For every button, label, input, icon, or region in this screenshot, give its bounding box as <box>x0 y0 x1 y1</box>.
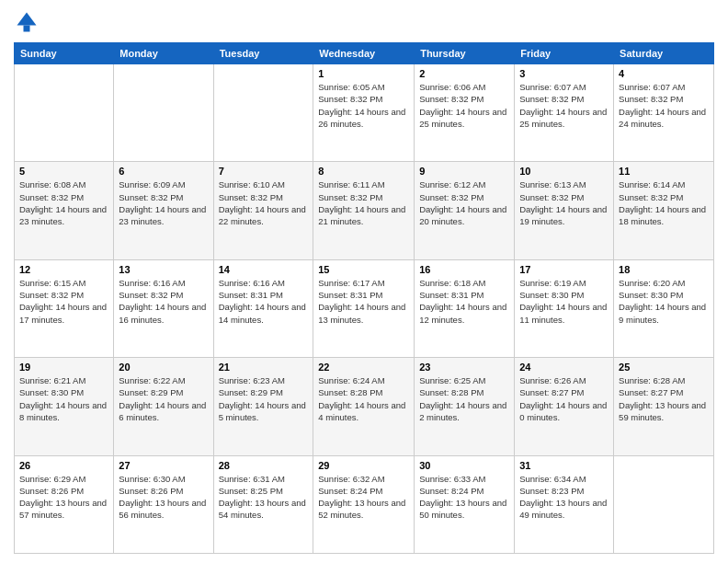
day-info: Sunrise: 6:15 AM Sunset: 8:32 PM Dayligh… <box>19 277 108 326</box>
day-cell: 18Sunrise: 6:20 AM Sunset: 8:30 PM Dayli… <box>614 259 714 357</box>
day-number: 23 <box>419 362 509 373</box>
day-number: 5 <box>19 166 108 177</box>
day-cell: 16Sunrise: 6:18 AM Sunset: 8:31 PM Dayli… <box>415 259 515 357</box>
day-number: 29 <box>318 460 409 471</box>
day-cell: 29Sunrise: 6:32 AM Sunset: 8:24 PM Dayli… <box>313 455 415 553</box>
day-cell: 3Sunrise: 6:07 AM Sunset: 8:32 PM Daylig… <box>515 64 614 162</box>
day-number: 4 <box>619 68 709 79</box>
col-header-wednesday: Wednesday <box>313 43 415 64</box>
svg-marker-0 <box>17 13 37 26</box>
day-number: 10 <box>519 166 609 177</box>
day-info: Sunrise: 6:08 AM Sunset: 8:32 PM Dayligh… <box>19 178 108 227</box>
day-info: Sunrise: 6:21 AM Sunset: 8:30 PM Dayligh… <box>19 374 108 423</box>
day-info: Sunrise: 6:19 AM Sunset: 8:30 PM Dayligh… <box>519 277 609 326</box>
day-info: Sunrise: 6:10 AM Sunset: 8:32 PM Dayligh… <box>219 178 309 227</box>
week-row-1: 1Sunrise: 6:05 AM Sunset: 8:32 PM Daylig… <box>15 64 714 162</box>
day-info: Sunrise: 6:18 AM Sunset: 8:31 PM Dayligh… <box>419 277 509 326</box>
day-cell: 10Sunrise: 6:13 AM Sunset: 8:32 PM Dayli… <box>515 162 614 259</box>
col-header-monday: Monday <box>114 43 213 64</box>
day-cell: 25Sunrise: 6:28 AM Sunset: 8:27 PM Dayli… <box>614 358 714 455</box>
day-cell <box>213 64 313 162</box>
col-header-sunday: Sunday <box>15 43 114 64</box>
col-header-friday: Friday <box>515 43 614 64</box>
day-cell: 21Sunrise: 6:23 AM Sunset: 8:29 PM Dayli… <box>213 358 313 455</box>
day-info: Sunrise: 6:16 AM Sunset: 8:31 PM Dayligh… <box>219 277 309 326</box>
day-info: Sunrise: 6:07 AM Sunset: 8:32 PM Dayligh… <box>619 81 709 130</box>
day-cell: 13Sunrise: 6:16 AM Sunset: 8:32 PM Dayli… <box>114 259 213 357</box>
day-number: 22 <box>318 362 409 373</box>
day-info: Sunrise: 6:31 AM Sunset: 8:25 PM Dayligh… <box>219 473 309 522</box>
col-header-tuesday: Tuesday <box>213 43 313 64</box>
day-info: Sunrise: 6:30 AM Sunset: 8:26 PM Dayligh… <box>119 473 208 522</box>
calendar-table: SundayMondayTuesdayWednesdayThursdayFrid… <box>14 42 714 554</box>
day-info: Sunrise: 6:29 AM Sunset: 8:26 PM Dayligh… <box>19 473 108 522</box>
week-row-4: 19Sunrise: 6:21 AM Sunset: 8:30 PM Dayli… <box>15 358 714 455</box>
day-number: 19 <box>19 362 108 373</box>
day-number: 25 <box>619 362 709 373</box>
day-number: 8 <box>318 166 409 177</box>
day-info: Sunrise: 6:32 AM Sunset: 8:24 PM Dayligh… <box>318 473 409 522</box>
day-cell: 17Sunrise: 6:19 AM Sunset: 8:30 PM Dayli… <box>515 259 614 357</box>
day-cell: 9Sunrise: 6:12 AM Sunset: 8:32 PM Daylig… <box>415 162 515 259</box>
col-header-saturday: Saturday <box>614 43 714 64</box>
col-header-thursday: Thursday <box>415 43 515 64</box>
day-info: Sunrise: 6:25 AM Sunset: 8:28 PM Dayligh… <box>419 374 509 423</box>
day-info: Sunrise: 6:23 AM Sunset: 8:29 PM Dayligh… <box>219 374 309 423</box>
day-info: Sunrise: 6:07 AM Sunset: 8:32 PM Dayligh… <box>519 81 609 130</box>
day-info: Sunrise: 6:13 AM Sunset: 8:32 PM Dayligh… <box>519 178 609 227</box>
day-number: 21 <box>219 362 309 373</box>
week-row-2: 5Sunrise: 6:08 AM Sunset: 8:32 PM Daylig… <box>15 162 714 259</box>
day-cell: 31Sunrise: 6:34 AM Sunset: 8:23 PM Dayli… <box>515 455 614 553</box>
day-cell: 1Sunrise: 6:05 AM Sunset: 8:32 PM Daylig… <box>313 64 415 162</box>
day-number: 1 <box>318 68 409 79</box>
day-number: 31 <box>519 460 609 471</box>
page: SundayMondayTuesdayWednesdayThursdayFrid… <box>0 0 728 563</box>
svg-rect-1 <box>24 26 30 32</box>
day-number: 3 <box>519 68 609 79</box>
day-number: 17 <box>519 264 609 275</box>
header <box>14 9 714 35</box>
day-number: 28 <box>219 460 309 471</box>
day-info: Sunrise: 6:17 AM Sunset: 8:31 PM Dayligh… <box>318 277 409 326</box>
day-cell: 6Sunrise: 6:09 AM Sunset: 8:32 PM Daylig… <box>114 162 213 259</box>
day-number: 11 <box>619 166 709 177</box>
day-cell: 7Sunrise: 6:10 AM Sunset: 8:32 PM Daylig… <box>213 162 313 259</box>
day-info: Sunrise: 6:05 AM Sunset: 8:32 PM Dayligh… <box>318 81 409 130</box>
day-cell: 15Sunrise: 6:17 AM Sunset: 8:31 PM Dayli… <box>313 259 415 357</box>
day-number: 7 <box>219 166 309 177</box>
day-number: 24 <box>519 362 609 373</box>
day-number: 12 <box>19 264 108 275</box>
day-cell: 28Sunrise: 6:31 AM Sunset: 8:25 PM Dayli… <box>213 455 313 553</box>
day-number: 18 <box>619 264 709 275</box>
week-row-5: 26Sunrise: 6:29 AM Sunset: 8:26 PM Dayli… <box>15 455 714 553</box>
day-number: 16 <box>419 264 509 275</box>
day-cell <box>15 64 114 162</box>
day-info: Sunrise: 6:09 AM Sunset: 8:32 PM Dayligh… <box>119 178 208 227</box>
day-number: 30 <box>419 460 509 471</box>
day-cell: 8Sunrise: 6:11 AM Sunset: 8:32 PM Daylig… <box>313 162 415 259</box>
day-info: Sunrise: 6:14 AM Sunset: 8:32 PM Dayligh… <box>619 178 709 227</box>
logo <box>14 9 43 35</box>
day-info: Sunrise: 6:06 AM Sunset: 8:32 PM Dayligh… <box>419 81 509 130</box>
day-number: 20 <box>119 362 208 373</box>
logo-icon <box>14 9 40 35</box>
day-number: 27 <box>119 460 208 471</box>
day-info: Sunrise: 6:22 AM Sunset: 8:29 PM Dayligh… <box>119 374 208 423</box>
day-cell: 30Sunrise: 6:33 AM Sunset: 8:24 PM Dayli… <box>415 455 515 553</box>
day-info: Sunrise: 6:33 AM Sunset: 8:24 PM Dayligh… <box>419 473 509 522</box>
day-info: Sunrise: 6:16 AM Sunset: 8:32 PM Dayligh… <box>119 277 208 326</box>
day-number: 14 <box>219 264 309 275</box>
day-cell <box>614 455 714 553</box>
day-number: 6 <box>119 166 208 177</box>
day-cell <box>114 64 213 162</box>
day-cell: 20Sunrise: 6:22 AM Sunset: 8:29 PM Dayli… <box>114 358 213 455</box>
day-info: Sunrise: 6:34 AM Sunset: 8:23 PM Dayligh… <box>519 473 609 522</box>
day-cell: 27Sunrise: 6:30 AM Sunset: 8:26 PM Dayli… <box>114 455 213 553</box>
day-cell: 24Sunrise: 6:26 AM Sunset: 8:27 PM Dayli… <box>515 358 614 455</box>
day-info: Sunrise: 6:24 AM Sunset: 8:28 PM Dayligh… <box>318 374 409 423</box>
day-number: 13 <box>119 264 208 275</box>
day-number: 15 <box>318 264 409 275</box>
day-cell: 5Sunrise: 6:08 AM Sunset: 8:32 PM Daylig… <box>15 162 114 259</box>
day-cell: 14Sunrise: 6:16 AM Sunset: 8:31 PM Dayli… <box>213 259 313 357</box>
day-info: Sunrise: 6:28 AM Sunset: 8:27 PM Dayligh… <box>619 374 709 423</box>
